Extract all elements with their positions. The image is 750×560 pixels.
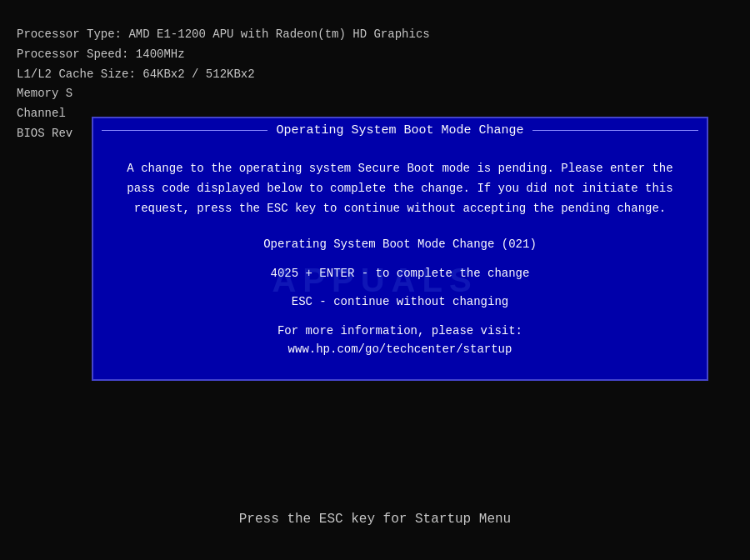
more-info-label: For more information, please visit: [127, 322, 673, 340]
bottom-bar: Press the ESC key for Startup Menu [0, 512, 750, 527]
bottom-bar-text: Press the ESC key for Startup Menu [239, 512, 511, 527]
bios-screen: Processor Type: AMD E1-1200 APU with Rad… [0, 0, 750, 560]
more-info: For more information, please visit: www.… [127, 322, 673, 359]
url: www.hp.com/go/techcenter/startup [127, 340, 673, 358]
boot-mode-dialog: Operating System Boot Mode Change A chan… [92, 117, 708, 381]
processor-speed-line: Processor Speed: 1400MHz [17, 45, 430, 65]
dialog-title-bar: Operating System Boot Mode Change [93, 118, 707, 142]
dialog-title: Operating System Boot Mode Change [268, 123, 532, 138]
code-label: Operating System Boot Mode Change (021) [127, 235, 673, 253]
memory-line: Memory S [17, 84, 430, 104]
dialog-body: A change to the operating system Secure … [93, 142, 707, 379]
enter-instruction: 4025 + ENTER - to complete the change [127, 264, 673, 282]
processor-type-line: Processor Type: AMD E1-1200 APU with Rad… [17, 25, 430, 45]
esc-instruction: ESC - continue without changing [127, 292, 673, 311]
cache-size-line: L1/L2 Cache Size: 64KBx2 / 512KBx2 [17, 65, 430, 85]
intro-text: A change to the operating system Secure … [127, 159, 673, 218]
